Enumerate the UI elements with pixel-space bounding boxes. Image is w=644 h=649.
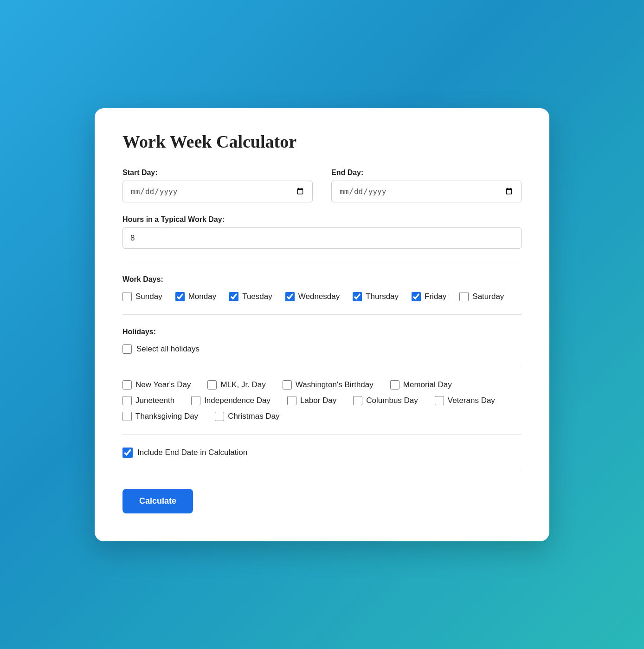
checkbox-saturday[interactable] [459, 292, 469, 301]
calculate-button[interactable]: Calculate [122, 489, 193, 513]
holiday-new-years[interactable]: New Year's Day [122, 380, 191, 389]
workday-sunday[interactable]: Sunday [122, 292, 162, 301]
holiday-mlk[interactable]: MLK, Jr. Day [207, 380, 265, 389]
checkbox-christmas[interactable] [215, 412, 224, 421]
include-end-date[interactable]: Include End Date in Calculation [122, 448, 522, 458]
checkbox-thanksgiving[interactable] [122, 412, 132, 421]
checkbox-thursday[interactable] [353, 292, 362, 301]
start-day-input[interactable] [122, 181, 313, 202]
hours-label: Hours in a Typical Work Day: [122, 215, 522, 224]
workdays-section: Work Days: Sunday Monday Tuesday Wednesd… [122, 275, 522, 301]
end-day-label: End Day: [331, 169, 522, 177]
holidays-grid: New Year's Day MLK, Jr. Day Washington's… [122, 380, 522, 421]
checkbox-juneteenth[interactable] [122, 396, 132, 405]
hours-group: Hours in a Typical Work Day: [122, 215, 522, 249]
holidays-row-1: New Year's Day MLK, Jr. Day Washington's… [122, 380, 522, 389]
workday-tuesday[interactable]: Tuesday [229, 292, 272, 301]
holidays-label: Holidays: [122, 328, 522, 336]
page-title: Work Week Calculator [122, 131, 522, 152]
checkbox-columbus[interactable] [353, 396, 362, 405]
checkbox-friday[interactable] [412, 292, 421, 301]
checkbox-veterans[interactable] [435, 396, 444, 405]
workdays-row: Sunday Monday Tuesday Wednesday Thursday… [122, 292, 522, 301]
holiday-veterans[interactable]: Veterans Day [435, 396, 495, 405]
holiday-memorial[interactable]: Memorial Day [390, 380, 452, 389]
divider-4 [122, 434, 522, 435]
workday-saturday[interactable]: Saturday [459, 292, 504, 301]
checkbox-memorial[interactable] [390, 380, 399, 389]
workdays-label: Work Days: [122, 275, 522, 284]
select-all-holidays[interactable]: Select all holidays [122, 344, 522, 354]
checkbox-washingtons[interactable] [283, 380, 292, 389]
workday-monday[interactable]: Monday [175, 292, 216, 301]
workday-friday[interactable]: Friday [412, 292, 446, 301]
holiday-juneteenth[interactable]: Juneteenth [122, 396, 174, 405]
date-row: Start Day: End Day: [122, 169, 522, 202]
include-end-label: Include End Date in Calculation [137, 448, 247, 457]
hours-input[interactable] [122, 227, 522, 249]
divider-2 [122, 314, 522, 315]
holiday-christmas[interactable]: Christmas Day [215, 412, 279, 421]
divider-5 [122, 471, 522, 471]
calculator-card: Work Week Calculator Start Day: End Day:… [95, 108, 549, 541]
checkbox-include-end[interactable] [122, 448, 133, 458]
checkbox-mlk[interactable] [207, 380, 217, 389]
checkbox-monday[interactable] [175, 292, 185, 301]
holiday-thanksgiving[interactable]: Thanksgiving Day [122, 412, 198, 421]
select-all-label: Select all holidays [136, 344, 200, 354]
workday-wednesday[interactable]: Wednesday [285, 292, 340, 301]
start-day-group: Start Day: [122, 169, 313, 202]
checkbox-select-all[interactable] [122, 344, 132, 354]
workday-thursday[interactable]: Thursday [353, 292, 399, 301]
checkbox-tuesday[interactable] [229, 292, 238, 301]
holidays-section: Holidays: Select all holidays New Year's… [122, 328, 522, 421]
holidays-row-3: Thanksgiving Day Christmas Day [122, 412, 522, 421]
divider-3 [122, 367, 522, 367]
start-day-label: Start Day: [122, 169, 313, 177]
divider-1 [122, 262, 522, 262]
checkbox-independence[interactable] [191, 396, 200, 405]
holiday-columbus[interactable]: Columbus Day [353, 396, 418, 405]
checkbox-labor[interactable] [287, 396, 296, 405]
checkbox-wednesday[interactable] [285, 292, 295, 301]
holiday-labor[interactable]: Labor Day [287, 396, 336, 405]
holidays-row-2: Juneteenth Independence Day Labor Day Co… [122, 396, 522, 405]
checkbox-new-years[interactable] [122, 380, 132, 389]
holiday-independence[interactable]: Independence Day [191, 396, 270, 405]
holiday-washingtons[interactable]: Washington's Birthday [283, 380, 374, 389]
end-day-input[interactable] [331, 181, 522, 202]
checkbox-sunday[interactable] [122, 292, 132, 301]
end-day-group: End Day: [331, 169, 522, 202]
